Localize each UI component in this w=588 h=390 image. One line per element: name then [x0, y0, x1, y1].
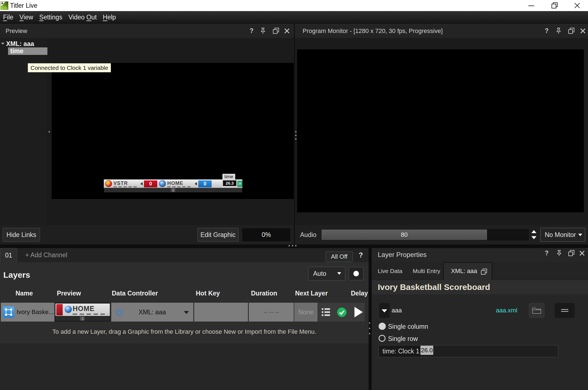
channel-tab-strip: 01 + Add Channel All Off ?	[0, 248, 369, 262]
menu-help[interactable]: Help	[103, 14, 116, 21]
time-clock-value: 26.0	[420, 346, 433, 355]
away-dashes	[113, 186, 138, 187]
column-header-data-controller: Data Controller	[112, 290, 158, 297]
panel-splitter-handle[interactable]	[295, 135, 296, 136]
folder-icon	[532, 307, 541, 314]
close-panel-icon[interactable]	[283, 27, 291, 34]
tab-live-data[interactable]: Live Data	[378, 262, 402, 280]
playlist-icon[interactable]	[321, 307, 331, 318]
game-clock-box: 26.3	[222, 180, 237, 188]
pin-icon[interactable]	[555, 27, 562, 34]
thumb-period-number: 1	[55, 317, 110, 321]
add-channel-button[interactable]: + Add Channel	[25, 248, 67, 262]
shot-clock: 10	[237, 181, 242, 187]
browse-folder-button[interactable]	[529, 303, 544, 318]
source-name: aaa	[392, 303, 402, 318]
tree-item-time[interactable]: time	[8, 47, 47, 55]
help-icon[interactable]: ?	[543, 27, 551, 34]
column-header-next-layer: Next Layer	[295, 290, 328, 297]
channels-panel: 01 + Add Channel All Off ? Layers Auto N…	[0, 248, 369, 390]
preview-progress: 0%	[242, 228, 291, 242]
home-dashes	[167, 186, 192, 187]
duration-value: -- -- --	[249, 303, 294, 322]
column-header-name: Name	[16, 290, 33, 297]
vertical-splitter-handle[interactable]	[369, 322, 370, 324]
float-icon[interactable]	[567, 249, 575, 257]
time-clock-field[interactable]: time: Clock 1 26.0	[379, 345, 558, 357]
help-icon[interactable]: ?	[357, 248, 364, 262]
hide-links-button[interactable]: Hide Links	[3, 228, 40, 242]
duration-cell[interactable]: -- -- --	[249, 303, 294, 322]
play-button[interactable]	[354, 307, 363, 317]
preview-video[interactable]: VSTR 0 HOME 0 26.3 10 time 1	[52, 63, 294, 199]
layer-row[interactable]: Ivory Baske... HOME 1 XML: aaa -- -- --	[0, 303, 369, 322]
vertical-splitter-handle[interactable]	[369, 333, 370, 334]
audio-value: 80	[321, 230, 487, 240]
thumb-team-name: HOME	[73, 305, 95, 313]
close-button[interactable]	[571, 0, 583, 11]
close-panel-icon[interactable]	[578, 249, 586, 257]
audio-up-spinner[interactable]	[531, 230, 536, 233]
help-icon[interactable]: ?	[248, 27, 255, 34]
pin-icon[interactable]	[259, 27, 267, 34]
minimize-icon	[528, 2, 534, 9]
chevron-down-icon	[382, 309, 387, 312]
tab-multi-entry[interactable]: Multi Entry	[413, 262, 440, 280]
channel-tab-01[interactable]: 01	[0, 248, 17, 262]
tab-xml-aaa[interactable]: XML: aaa	[443, 262, 492, 280]
minimize-button[interactable]	[525, 0, 537, 11]
thumb-period-strip: 1	[55, 317, 110, 321]
horizontal-splitter-handle[interactable]	[295, 245, 296, 246]
radio-single-column-label[interactable]: Single column	[388, 323, 428, 330]
source-file-link[interactable]: aaa.xml	[496, 303, 517, 318]
tree-expand-caret-icon[interactable]	[1, 43, 4, 45]
data-controller-cell[interactable]: XML: aaa	[111, 303, 193, 322]
restore-button[interactable]	[549, 0, 561, 11]
away-team-name: VSTR	[113, 180, 128, 186]
menu-view[interactable]: View	[19, 14, 33, 21]
graphic-title: Ivory Basketball Scoreboard	[378, 280, 490, 294]
source-menu-button[interactable]	[555, 303, 575, 318]
data-controller-value: XML: aaa	[111, 303, 193, 322]
audio-slider[interactable]: 80	[321, 229, 529, 240]
next-layer-cell[interactable]: None	[294, 303, 318, 322]
close-panel-icon[interactable]	[579, 27, 587, 34]
edit-graphic-button[interactable]: Edit Graphic	[197, 228, 239, 242]
pin-icon[interactable]	[555, 249, 563, 257]
menu-file[interactable]: File	[3, 14, 13, 21]
time-variable-chip[interactable]: time	[222, 174, 235, 180]
tree-root-item[interactable]: XML: aaa	[6, 40, 34, 48]
float-icon[interactable]	[272, 27, 280, 34]
panel-splitter-handle[interactable]	[295, 131, 296, 132]
audio-down-spinner[interactable]	[531, 236, 536, 239]
column-header-duration: Duration	[251, 290, 277, 297]
panel-splitter-handle[interactable]	[295, 138, 296, 140]
horizontal-splitter-handle[interactable]	[292, 245, 293, 246]
window-title: Titler Live	[10, 0, 37, 11]
menu-video-out[interactable]: Video Out	[69, 14, 97, 21]
float-tab-icon	[481, 268, 487, 275]
time-clock-label: time: Clock 1	[382, 345, 419, 357]
horizontal-splitter-handle[interactable]	[288, 245, 290, 246]
hot-key-cell[interactable]	[194, 303, 248, 322]
layer-mode-select[interactable]: Auto	[308, 267, 345, 281]
layers-empty-area	[0, 343, 369, 390]
ready-check-icon[interactable]	[337, 307, 347, 318]
vertical-splitter-handle[interactable]	[369, 328, 370, 329]
monitor-select[interactable]: No Monitor	[540, 228, 585, 242]
program-video	[297, 49, 584, 212]
menu-settings[interactable]: Settings	[39, 14, 62, 21]
sidebar-splitter-handle[interactable]	[49, 131, 50, 132]
radio-single-row[interactable]	[379, 335, 386, 342]
record-button[interactable]	[349, 267, 364, 280]
radio-single-row-label[interactable]: Single row	[388, 335, 418, 343]
preview-footer: Hide Links Edit Graphic 0%	[0, 225, 294, 244]
column-header-preview: Preview	[57, 290, 81, 297]
restore-icon	[551, 2, 558, 9]
source-collapse-button[interactable]	[379, 303, 390, 318]
float-icon[interactable]	[567, 27, 575, 34]
chevron-down-icon	[184, 311, 189, 314]
radio-single-column[interactable]	[379, 323, 386, 330]
all-off-button[interactable]: All Off	[326, 251, 353, 262]
help-icon[interactable]: ?	[543, 249, 551, 257]
